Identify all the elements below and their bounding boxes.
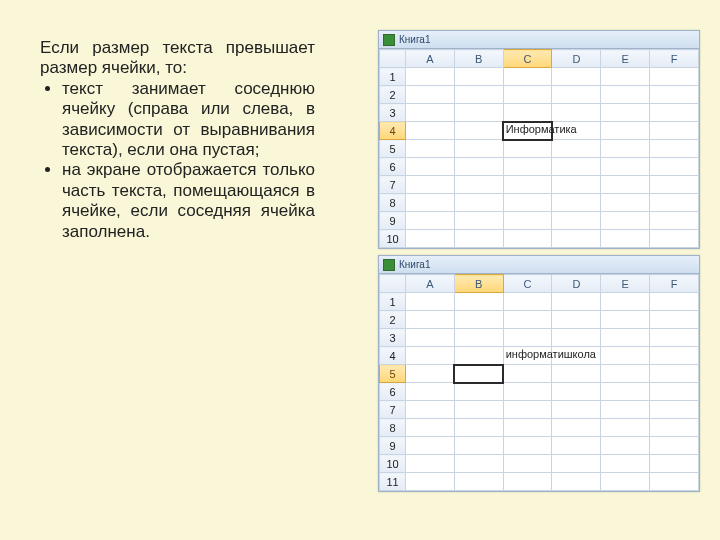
row-header[interactable]: 1	[380, 68, 406, 86]
cell[interactable]	[454, 293, 503, 311]
cell[interactable]	[503, 473, 552, 491]
cell[interactable]	[454, 401, 503, 419]
cell[interactable]	[503, 383, 552, 401]
cell[interactable]	[454, 158, 503, 176]
cell[interactable]	[552, 437, 601, 455]
cell[interactable]	[601, 122, 650, 140]
cell[interactable]	[406, 86, 455, 104]
cell[interactable]	[503, 365, 552, 383]
cell[interactable]	[503, 176, 552, 194]
cell[interactable]	[503, 68, 552, 86]
cell[interactable]	[650, 311, 699, 329]
row-header[interactable]: 7	[380, 176, 406, 194]
cell[interactable]	[406, 311, 455, 329]
cell[interactable]	[406, 365, 455, 383]
cell[interactable]	[650, 329, 699, 347]
row-header[interactable]: 5	[380, 365, 406, 383]
row-header[interactable]: 6	[380, 383, 406, 401]
cell[interactable]	[503, 401, 552, 419]
cell[interactable]	[601, 383, 650, 401]
cell[interactable]	[601, 401, 650, 419]
row-header[interactable]: 2	[380, 86, 406, 104]
column-header[interactable]: B	[454, 275, 503, 293]
cell[interactable]	[503, 194, 552, 212]
cell[interactable]	[503, 419, 552, 437]
cell[interactable]	[601, 311, 650, 329]
cell[interactable]	[650, 104, 699, 122]
cell[interactable]	[406, 176, 455, 194]
cell[interactable]	[454, 212, 503, 230]
column-header[interactable]: A	[406, 275, 455, 293]
cell[interactable]	[552, 68, 601, 86]
cell[interactable]	[454, 140, 503, 158]
cell[interactable]	[503, 311, 552, 329]
select-all-corner[interactable]	[380, 275, 406, 293]
row-header[interactable]: 3	[380, 104, 406, 122]
column-header[interactable]: E	[601, 50, 650, 68]
row-header[interactable]: 9	[380, 212, 406, 230]
column-header[interactable]: D	[552, 275, 601, 293]
cell[interactable]	[406, 230, 455, 248]
row-header[interactable]: 11	[380, 473, 406, 491]
grid-top[interactable]: ABCDEF1234Информатика5678910	[379, 49, 699, 248]
column-header[interactable]: F	[650, 275, 699, 293]
cell[interactable]	[601, 212, 650, 230]
cell[interactable]	[406, 419, 455, 437]
cell[interactable]	[406, 104, 455, 122]
cell[interactable]	[454, 230, 503, 248]
cell[interactable]	[503, 293, 552, 311]
cell[interactable]	[406, 329, 455, 347]
cell[interactable]	[503, 437, 552, 455]
row-header[interactable]: 3	[380, 329, 406, 347]
column-header[interactable]: A	[406, 50, 455, 68]
column-header[interactable]: B	[454, 50, 503, 68]
cell[interactable]	[650, 68, 699, 86]
cell[interactable]	[601, 293, 650, 311]
cell[interactable]	[601, 437, 650, 455]
cell[interactable]	[650, 230, 699, 248]
cell[interactable]	[650, 140, 699, 158]
cell[interactable]	[601, 347, 650, 365]
cell[interactable]	[454, 383, 503, 401]
cell[interactable]	[454, 473, 503, 491]
cell[interactable]	[406, 194, 455, 212]
cell[interactable]	[601, 329, 650, 347]
cell[interactable]	[650, 158, 699, 176]
row-header[interactable]: 8	[380, 194, 406, 212]
cell[interactable]	[650, 347, 699, 365]
cell[interactable]	[650, 419, 699, 437]
cell[interactable]	[454, 437, 503, 455]
cell[interactable]	[601, 230, 650, 248]
row-header[interactable]: 9	[380, 437, 406, 455]
row-header[interactable]: 10	[380, 455, 406, 473]
cell[interactable]	[503, 329, 552, 347]
cell[interactable]	[552, 86, 601, 104]
cell[interactable]	[601, 455, 650, 473]
cell[interactable]	[454, 419, 503, 437]
cell[interactable]	[552, 293, 601, 311]
cell[interactable]	[552, 230, 601, 248]
row-header[interactable]: 4	[380, 122, 406, 140]
row-header[interactable]: 8	[380, 419, 406, 437]
row-header[interactable]: 7	[380, 401, 406, 419]
cell[interactable]	[601, 365, 650, 383]
cell[interactable]: информатишкола	[503, 347, 552, 365]
cell[interactable]	[552, 473, 601, 491]
cell[interactable]	[552, 365, 601, 383]
cell[interactable]	[406, 437, 455, 455]
cell[interactable]	[601, 473, 650, 491]
cell[interactable]	[552, 104, 601, 122]
row-header[interactable]: 4	[380, 347, 406, 365]
cell[interactable]	[406, 383, 455, 401]
column-header[interactable]: F	[650, 50, 699, 68]
cell[interactable]	[406, 122, 455, 140]
cell[interactable]	[552, 212, 601, 230]
cell[interactable]	[454, 122, 503, 140]
cell[interactable]	[406, 401, 455, 419]
cell[interactable]	[406, 347, 455, 365]
cell[interactable]	[552, 383, 601, 401]
cell[interactable]	[552, 176, 601, 194]
cell[interactable]	[650, 293, 699, 311]
grid-bottom[interactable]: ABCDEF1234информатишкола567891011	[379, 274, 699, 491]
cell[interactable]	[552, 140, 601, 158]
